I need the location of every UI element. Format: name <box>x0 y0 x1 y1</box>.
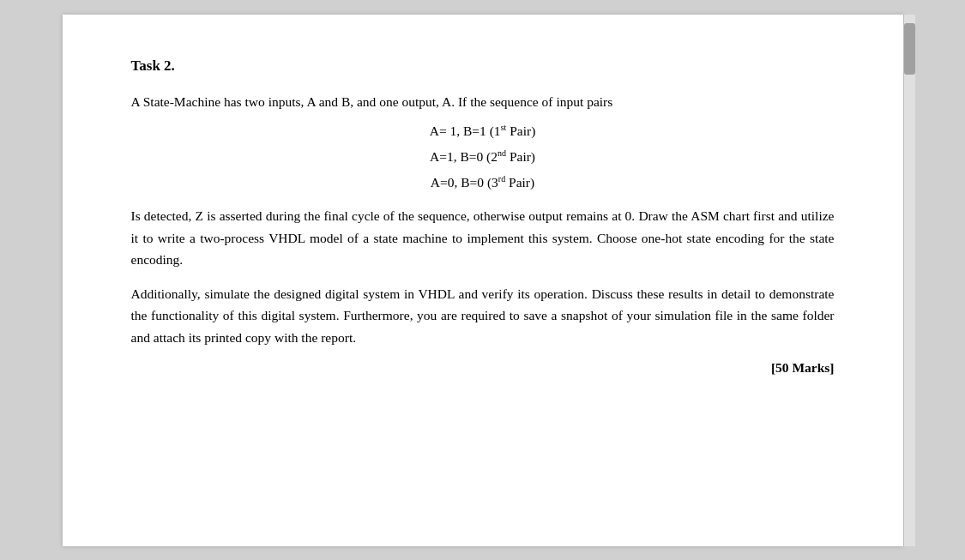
pair-2: A=1, B=0 (2nd Pair) <box>131 145 835 169</box>
scrollbar[interactable] <box>903 15 915 546</box>
pair-1: A= 1, B=1 (1st Pair) <box>131 119 835 143</box>
document-page: Task 2. A State-Machine has two inputs, … <box>63 15 903 546</box>
intro-text: A State-Machine has two inputs, A and B,… <box>131 92 835 113</box>
paragraph-1: Is detected, Z is asserted during the fi… <box>131 205 835 271</box>
pair-2-text: A=1, B=0 (2nd Pair) <box>430 149 535 164</box>
scrollbar-thumb[interactable] <box>904 23 915 75</box>
pairs-block: A= 1, B=1 (1st Pair) A=1, B=0 (2nd Pair)… <box>131 119 835 195</box>
paragraph-2: Additionally, simulate the designed digi… <box>131 283 835 349</box>
marks-label: [50 Marks] <box>131 360 835 376</box>
task-title: Task 2. <box>131 57 835 75</box>
pair-3-text: A=0, B=0 (3rd Pair) <box>431 175 534 190</box>
pair-1-text: A= 1, B=1 (1st Pair) <box>430 123 536 138</box>
pair-3: A=0, B=0 (3rd Pair) <box>131 171 835 195</box>
